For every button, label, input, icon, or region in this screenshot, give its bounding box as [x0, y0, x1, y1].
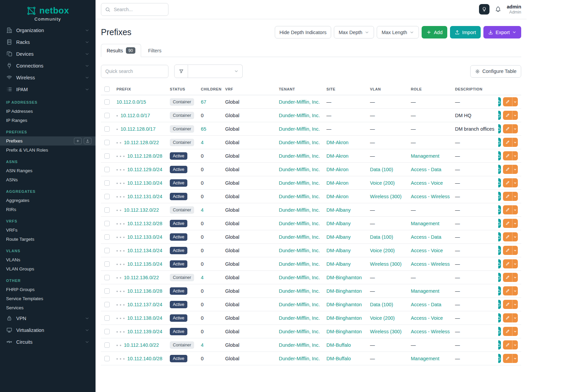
- site-link[interactable]: DM-Akron: [326, 153, 348, 159]
- tenant-link[interactable]: Dunder-Mifflin, Inc.: [279, 99, 320, 105]
- edit-dropdown-button[interactable]: [512, 286, 518, 295]
- sidebar-item-services[interactable]: Services: [0, 303, 96, 312]
- edit-button[interactable]: [503, 313, 512, 322]
- edit-dropdown-button[interactable]: [512, 192, 518, 201]
- edit-button[interactable]: [503, 138, 512, 147]
- site-link[interactable]: DM-Akron: [326, 140, 348, 145]
- prefix-link[interactable]: 10.112.139.0/24: [127, 329, 162, 334]
- vlan-link[interactable]: Data (100): [370, 167, 393, 172]
- sidebar-item-wireless[interactable]: Wireless: [0, 72, 96, 83]
- edit-dropdown-button[interactable]: [512, 205, 518, 214]
- sidebar-item-aggregates[interactable]: Aggregates: [0, 196, 96, 205]
- edit-dropdown-button[interactable]: [512, 327, 518, 336]
- tenant-link[interactable]: Dunder-Mifflin, Inc.: [279, 315, 320, 321]
- column-header-children[interactable]: CHILDREN: [197, 83, 222, 95]
- sidebar-item-circuits[interactable]: Circuits: [0, 336, 96, 348]
- tenant-link[interactable]: Dunder-Mifflin, Inc.: [279, 167, 320, 172]
- sidebar-item-ipam[interactable]: IPAM: [0, 83, 96, 95]
- sidebar-add-prefix-button[interactable]: [74, 138, 82, 144]
- hide-depth-indicators-button[interactable]: Hide Depth Indicators: [275, 26, 331, 38]
- site-link[interactable]: DM-Binghamton: [326, 288, 362, 294]
- edit-button[interactable]: [503, 178, 512, 187]
- edit-button[interactable]: [503, 273, 512, 282]
- row-checkbox[interactable]: [104, 329, 110, 334]
- role-link[interactable]: Management: [411, 221, 440, 226]
- edit-button[interactable]: [503, 286, 512, 295]
- vlan-link[interactable]: Wireless (300): [370, 261, 401, 267]
- sidebar-item-fhrp-groups[interactable]: FHRP Groups: [0, 285, 96, 294]
- tenant-link[interactable]: Dunder-Mifflin, Inc.: [279, 234, 320, 240]
- tenant-link[interactable]: Dunder-Mifflin, Inc.: [279, 248, 320, 253]
- sidebar-item-connections[interactable]: Connections: [0, 60, 96, 72]
- copy-button[interactable]: [498, 300, 501, 309]
- quick-search-input[interactable]: [101, 65, 168, 78]
- tenant-link[interactable]: Dunder-Mifflin, Inc.: [279, 113, 320, 118]
- tenant-link[interactable]: Dunder-Mifflin, Inc.: [279, 329, 320, 334]
- theme-toggle-button[interactable]: [479, 4, 489, 15]
- edit-dropdown-button[interactable]: [512, 273, 518, 282]
- site-link[interactable]: DM-Binghamton: [326, 275, 362, 280]
- sidebar-item-organization[interactable]: Organization: [0, 24, 96, 36]
- row-checkbox[interactable]: [104, 126, 110, 132]
- role-link[interactable]: Access - Wireless: [411, 329, 450, 334]
- prefix-link[interactable]: 10.112.128.0/22: [124, 140, 159, 145]
- row-checkbox[interactable]: [104, 113, 110, 118]
- copy-button[interactable]: [498, 354, 501, 363]
- prefix-link[interactable]: 10.112.138.0/24: [127, 315, 162, 321]
- edit-dropdown-button[interactable]: [512, 300, 518, 309]
- edit-button[interactable]: [503, 340, 512, 349]
- tab-filters[interactable]: Filters: [142, 44, 167, 57]
- row-checkbox[interactable]: [104, 342, 110, 348]
- row-checkbox[interactable]: [104, 167, 110, 172]
- row-checkbox[interactable]: [104, 288, 110, 294]
- tenant-link[interactable]: Dunder-Mifflin, Inc.: [279, 275, 320, 280]
- tenant-link[interactable]: Dunder-Mifflin, Inc.: [279, 356, 320, 361]
- children-cell[interactable]: 4: [201, 275, 204, 280]
- site-link[interactable]: DM-Albany: [326, 207, 351, 213]
- copy-button[interactable]: [498, 178, 501, 187]
- edit-button[interactable]: [503, 124, 512, 133]
- site-link[interactable]: DM-Binghamton: [326, 315, 362, 321]
- vlan-link[interactable]: Data (100): [370, 302, 393, 307]
- children-cell[interactable]: 4: [201, 207, 204, 213]
- row-checkbox[interactable]: [104, 248, 110, 253]
- column-header-description[interactable]: DESCRIPTION: [452, 83, 498, 95]
- sidebar-item-vrfs[interactable]: VRFs: [0, 226, 96, 235]
- row-checkbox[interactable]: [104, 261, 110, 267]
- role-link[interactable]: Access - Voice: [411, 248, 443, 253]
- children-cell[interactable]: 65: [201, 126, 206, 132]
- copy-button[interactable]: [498, 246, 501, 255]
- prefix-link[interactable]: 10.112.137.0/24: [127, 302, 162, 307]
- copy-button[interactable]: [498, 151, 501, 160]
- edit-dropdown-button[interactable]: [512, 246, 518, 255]
- edit-button[interactable]: [503, 259, 512, 268]
- import-button[interactable]: Import: [450, 26, 481, 38]
- export-dropdown-button[interactable]: Export: [483, 26, 521, 38]
- vlan-link[interactable]: Voice (200): [370, 315, 395, 321]
- prefix-link[interactable]: 10.112.136.0/28: [127, 288, 162, 294]
- row-checkbox[interactable]: [104, 99, 110, 105]
- row-checkbox[interactable]: [104, 140, 110, 145]
- column-header-tenant[interactable]: TENANT: [275, 83, 323, 95]
- copy-button[interactable]: [498, 313, 501, 322]
- column-header-vlan[interactable]: VLAN: [367, 83, 407, 95]
- prefix-link[interactable]: 10.112.135.0/24: [127, 261, 162, 267]
- tenant-link[interactable]: Dunder-Mifflin, Inc.: [279, 194, 320, 199]
- edit-dropdown-button[interactable]: [512, 178, 518, 187]
- row-checkbox[interactable]: [104, 234, 110, 240]
- sidebar-item-prefixes[interactable]: Prefixes: [0, 136, 96, 146]
- row-checkbox[interactable]: [104, 180, 110, 186]
- sidebar-item-rirs[interactable]: RIRs: [0, 205, 96, 214]
- children-cell[interactable]: 67: [201, 99, 206, 105]
- site-link[interactable]: DM-Akron: [326, 167, 348, 172]
- edit-button[interactable]: [503, 97, 512, 106]
- role-link[interactable]: Management: [411, 153, 440, 159]
- sidebar-item-racks[interactable]: Racks: [0, 36, 96, 48]
- column-header-status[interactable]: STATUS: [166, 83, 197, 95]
- tenant-link[interactable]: Dunder-Mifflin, Inc.: [279, 140, 320, 145]
- edit-dropdown-button[interactable]: [512, 219, 518, 228]
- row-checkbox[interactable]: [104, 207, 110, 213]
- prefix-link[interactable]: 10.112.140.0/28: [127, 356, 162, 361]
- row-checkbox[interactable]: [104, 194, 110, 199]
- vlan-link[interactable]: Wireless (300): [370, 329, 401, 334]
